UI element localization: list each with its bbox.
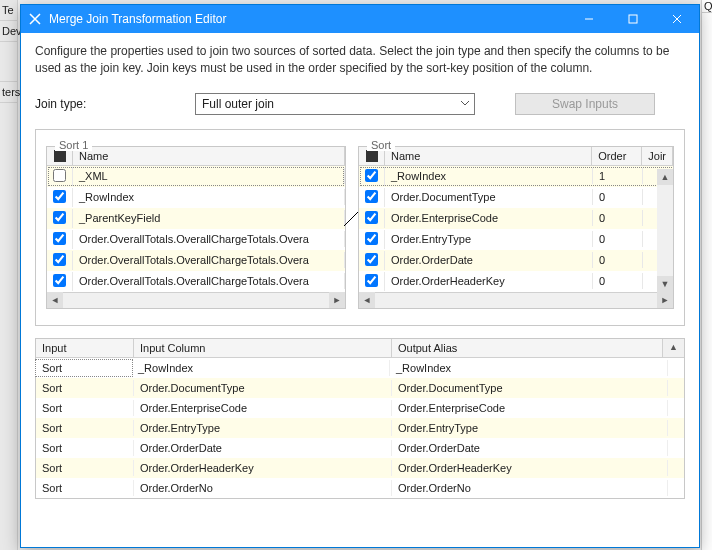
mapping-table: Input Input Column Output Alias ▲ Sort_R… <box>35 338 685 499</box>
row-name: Order.DocumentType <box>385 189 593 205</box>
join-panels: Sort 1 Name _XML_RowIndex_ParentKeyField… <box>35 129 685 326</box>
map-alias[interactable]: Order.OrderNo <box>392 480 668 496</box>
row-name: _ParentKeyField <box>73 210 345 226</box>
map-input[interactable]: Sort <box>36 380 134 396</box>
window-title: Merge Join Transformation Editor <box>49 12 567 26</box>
map-alias[interactable]: Order.EntryType <box>392 420 668 436</box>
right-v-scrollbar[interactable]: ▲ ▼ <box>657 169 673 292</box>
table-row[interactable]: _RowIndex1 <box>359 166 673 187</box>
left-panel-title: Sort 1 <box>55 139 92 151</box>
titlebar[interactable]: Merge Join Transformation Editor <box>21 5 699 33</box>
row-checkbox[interactable] <box>359 167 385 186</box>
map-row[interactable]: SortOrder.EnterpriseCodeOrder.Enterprise… <box>36 398 684 418</box>
left-header-name[interactable]: Name <box>73 147 345 165</box>
app-icon <box>27 11 43 27</box>
close-button[interactable] <box>655 5 699 33</box>
map-header-alias[interactable]: Output Alias <box>392 339 663 357</box>
map-row[interactable]: SortOrder.EntryTypeOrder.EntryType <box>36 418 684 438</box>
row-order: 0 <box>593 210 643 226</box>
map-col[interactable]: Order.EnterpriseCode <box>134 400 392 416</box>
row-checkbox[interactable] <box>47 167 73 186</box>
map-col[interactable]: Order.EntryType <box>134 420 392 436</box>
map-header-col[interactable]: Input Column <box>134 339 392 357</box>
table-row[interactable]: Order.OverallTotals.OverallChargeTotals.… <box>47 271 345 292</box>
maximize-button[interactable] <box>611 5 655 33</box>
scroll-right-icon[interactable]: ► <box>657 292 673 308</box>
map-row[interactable]: Sort_RowIndex_RowIndex <box>36 358 684 378</box>
row-name: _RowIndex <box>73 189 345 205</box>
map-col[interactable]: Order.DocumentType <box>134 380 392 396</box>
table-row[interactable]: Order.EnterpriseCode0 <box>359 208 673 229</box>
right-header-join[interactable]: Joir <box>642 147 673 165</box>
table-row[interactable]: Order.EntryType0 <box>359 229 673 250</box>
table-row[interactable]: Order.OrderDate0 <box>359 250 673 271</box>
row-order: 0 <box>593 231 643 247</box>
map-col[interactable]: Order.OrderDate <box>134 440 392 456</box>
table-row[interactable]: Order.OverallTotals.OverallChargeTotals.… <box>47 250 345 271</box>
table-row[interactable]: _XML <box>47 166 345 187</box>
map-alias[interactable]: Order.DocumentType <box>392 380 668 396</box>
row-checkbox[interactable] <box>47 209 73 228</box>
right-source-panel: Sort Name Order Joir _RowIndex1Order.Doc… <box>358 146 674 309</box>
scroll-left-icon[interactable]: ◄ <box>47 292 63 308</box>
row-name: Order.OrderDate <box>385 252 593 268</box>
chevron-down-icon <box>460 97 470 111</box>
row-name: _XML <box>73 168 345 184</box>
row-checkbox[interactable] <box>359 230 385 249</box>
dialog-window: Merge Join Transformation Editor Configu… <box>20 4 700 548</box>
map-input[interactable]: Sort <box>36 400 134 416</box>
map-row[interactable]: SortOrder.OrderNoOrder.OrderNo <box>36 478 684 498</box>
map-alias[interactable]: Order.OrderDate <box>392 440 668 456</box>
scroll-right-icon[interactable]: ► <box>329 292 345 308</box>
row-name: Order.EntryType <box>385 231 593 247</box>
map-header-input[interactable]: Input <box>36 339 134 357</box>
scroll-left-icon[interactable]: ◄ <box>359 292 375 308</box>
map-header-scroll[interactable]: ▲ <box>663 339 684 357</box>
row-checkbox[interactable] <box>359 209 385 228</box>
map-alias[interactable]: Order.OrderHeaderKey <box>392 460 668 476</box>
row-name: Order.OrderHeaderKey <box>385 273 593 289</box>
row-checkbox[interactable] <box>359 272 385 291</box>
row-checkbox[interactable] <box>47 230 73 249</box>
swap-inputs-button: Swap Inputs <box>515 93 655 115</box>
right-h-scrollbar[interactable]: ◄ ► <box>359 292 673 308</box>
map-col[interactable]: _RowIndex <box>132 360 390 376</box>
right-header-order[interactable]: Order <box>592 147 642 165</box>
map-input[interactable]: Sort <box>36 420 134 436</box>
minimize-button[interactable] <box>567 5 611 33</box>
row-checkbox[interactable] <box>47 188 73 207</box>
right-panel-title: Sort <box>367 139 395 151</box>
map-row[interactable]: SortOrder.OrderHeaderKeyOrder.OrderHeade… <box>36 458 684 478</box>
row-name: Order.OverallTotals.OverallChargeTotals.… <box>73 252 345 268</box>
row-name: Order.EnterpriseCode <box>385 210 593 226</box>
join-type-select[interactable]: Full outer join <box>195 93 475 115</box>
row-name: Order.OverallTotals.OverallChargeTotals.… <box>73 231 345 247</box>
table-row[interactable]: Order.OverallTotals.OverallChargeTotals.… <box>47 229 345 250</box>
map-row[interactable]: SortOrder.OrderDateOrder.OrderDate <box>36 438 684 458</box>
map-input[interactable]: Sort <box>35 359 133 377</box>
row-name: Order.OverallTotals.OverallChargeTotals.… <box>73 273 345 289</box>
map-alias[interactable]: Order.EnterpriseCode <box>392 400 668 416</box>
row-checkbox[interactable] <box>47 251 73 270</box>
table-row[interactable]: Order.DocumentType0 <box>359 187 673 208</box>
map-alias[interactable]: _RowIndex <box>390 360 668 376</box>
map-input[interactable]: Sort <box>36 440 134 456</box>
row-order: 1 <box>593 168 643 184</box>
row-checkbox[interactable] <box>47 272 73 291</box>
right-header-name[interactable]: Name <box>385 147 592 165</box>
scroll-down-icon[interactable]: ▼ <box>657 276 673 292</box>
row-checkbox[interactable] <box>359 251 385 270</box>
map-col[interactable]: Order.OrderNo <box>134 480 392 496</box>
row-checkbox[interactable] <box>359 188 385 207</box>
table-row[interactable]: _RowIndex <box>47 187 345 208</box>
map-input[interactable]: Sort <box>36 480 134 496</box>
map-row[interactable]: SortOrder.DocumentTypeOrder.DocumentType <box>36 378 684 398</box>
map-col[interactable]: Order.OrderHeaderKey <box>134 460 392 476</box>
map-input[interactable]: Sort <box>36 460 134 476</box>
row-order: 0 <box>593 273 643 289</box>
table-row[interactable]: Order.OrderHeaderKey0 <box>359 271 673 292</box>
table-row[interactable]: _ParentKeyField <box>47 208 345 229</box>
left-h-scrollbar[interactable]: ◄ ► <box>47 292 345 308</box>
row-order: 0 <box>593 252 643 268</box>
scroll-up-icon[interactable]: ▲ <box>657 169 673 185</box>
